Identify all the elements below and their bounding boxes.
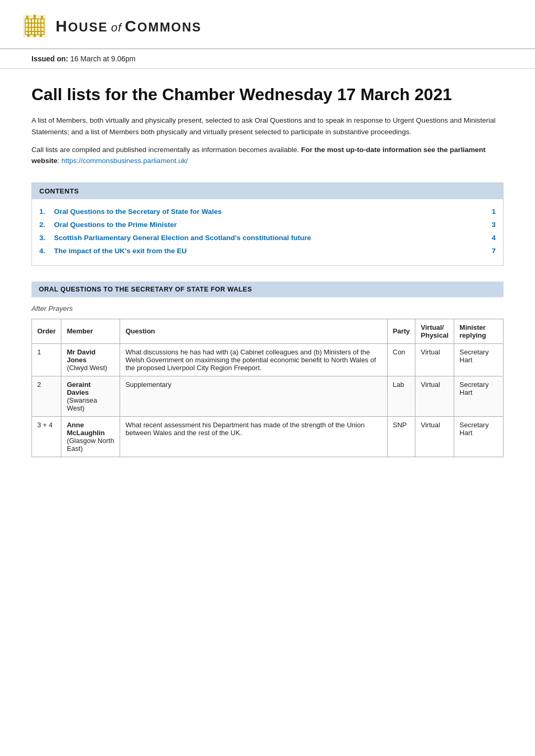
row2-virtual: Virtual [415,376,454,416]
svg-point-17 [34,35,36,37]
intro-para2-before: Call lists are compiled and published in… [31,146,301,154]
row3-party: SNP [387,416,415,457]
after-prayers: After Prayers [31,305,504,312]
contents-item-3: 3. Scottish Parliamentary General Electi… [39,234,496,242]
intro-para2: Call lists are compiled and published in… [31,144,504,167]
row3-question: What recent assessment his Department ha… [120,416,388,457]
row1-party: Con [387,343,415,376]
member-constituency: (Swansea West) [67,396,97,412]
portcullis-icon [21,13,48,40]
contents-page-4: 7 [491,247,496,255]
contents-item-1: 1. Oral Questions to the Secretary of St… [39,208,496,215]
row2-minister: Secretary Hart [454,376,504,416]
doc-title: Call lists for the Chamber Wednesday 17 … [31,84,504,104]
row3-virtual: Virtual [415,416,454,457]
contents-item-2: 2. Oral Questions to the Prime Minister … [39,221,496,229]
issued-bar: Issued on: 16 March at 9.06pm [0,49,535,69]
contents-link-1[interactable]: Oral Questions to the Secretary of State… [54,208,487,215]
row2-party: Lab [387,376,415,416]
oral-wales-section: ORAL QUESTIONS TO THE SECRETARY OF STATE… [31,282,504,457]
table-row: 3 + 4 Anne McLaughlin (Glasgow North Eas… [32,416,504,457]
contents-page-2: 3 [491,221,496,229]
row1-order: 1 [32,343,61,376]
row1-virtual: Virtual [415,343,454,376]
col-party: Party [387,319,415,343]
member-constituency: (Clwyd West) [67,364,107,372]
contents-num-1: 1. [39,208,54,215]
contents-box: CONTENTS 1. Oral Questions to the Secret… [31,182,504,266]
org-title: HOUSE of COMMONS [56,17,201,35]
intro-para2-colon: : [58,157,62,165]
svg-point-18 [40,35,42,37]
contents-list: 1. Oral Questions to the Secretary of St… [32,199,503,265]
contents-page-3: 4 [491,234,496,242]
contents-link-2[interactable]: Oral Questions to the Prime Minister [54,221,487,229]
contents-page-1: 1 [491,208,496,215]
main-content: Call lists for the Chamber Wednesday 17 … [0,69,535,499]
issued-label: Issued on: [31,55,68,63]
contents-header: CONTENTS [32,183,503,199]
member-constituency: (Glasgow North East) [67,437,114,452]
row1-member: Mr David Jones (Clwyd West) [61,343,120,376]
member-name: Anne McLaughlin [67,421,104,437]
oral-questions-table: Order Member Question Party Virtual/Phys… [31,319,504,457]
intro-para1: A list of Members, both virtually and ph… [31,115,504,137]
contents-link-3[interactable]: Scottish Parliamentary General Election … [54,234,487,242]
row2-question: Supplementary [120,376,388,416]
table-header-row: Order Member Question Party Virtual/Phys… [32,319,504,343]
contents-link-4[interactable]: The impact of the UK's exit from the EU [54,247,487,255]
oral-wales-header: ORAL QUESTIONS TO THE SECRETARY OF STATE… [31,282,504,297]
row1-question: What discussions he has had with (a) Cab… [120,343,388,376]
row3-order: 3 + 4 [32,416,61,457]
table-row: 2 Geraint Davies (Swansea West) Suppleme… [32,376,504,416]
row1-minister: Secretary Hart [454,343,504,376]
contents-num-4: 4. [39,247,54,255]
contents-num-2: 2. [39,221,54,229]
col-member: Member [61,319,120,343]
row3-member: Anne McLaughlin (Glasgow North East) [61,416,120,457]
table-row: 1 Mr David Jones (Clwyd West) What discu… [32,343,504,376]
member-name: Geraint Davies [67,381,91,396]
row3-minister: Secretary Hart [454,416,504,457]
col-minister: Minister replying [454,319,504,343]
parliament-link[interactable]: https://commonsbusiness.parliament.uk/ [61,157,188,165]
svg-point-16 [27,35,30,37]
contents-item-4: 4. The impact of the UK's exit from the … [39,247,496,255]
contents-num-3: 3. [39,234,54,242]
col-virtual: Virtual/Physical [415,319,454,343]
col-order: Order [32,319,61,343]
issued-date: 16 March at 9.06pm [70,55,136,63]
row2-member: Geraint Davies (Swansea West) [61,376,120,416]
row2-order: 2 [32,376,61,416]
page-header: HOUSE of COMMONS [0,0,535,49]
col-question: Question [120,319,388,343]
member-name: Mr David Jones [67,348,95,364]
